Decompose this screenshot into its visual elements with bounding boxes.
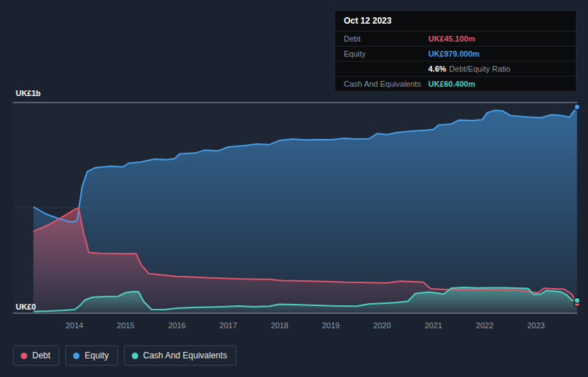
y-axis-label-top: UK£1b (16, 89, 41, 97)
y-axis-label-bottom: UK£0 (16, 302, 36, 311)
debt-dot-icon (21, 353, 27, 359)
x-axis-label-2015: 2015 (110, 321, 142, 330)
x-axis-label-2017: 2017 (213, 321, 244, 330)
legend-item-cash[interactable]: Cash And Equivalents (124, 345, 236, 366)
cash-label: Cash And Equivalents (344, 80, 428, 88)
tooltip-row-cash: Cash And Equivalents UK£60.400m (335, 77, 576, 91)
ratio-label: Debt/Equity Ratio (449, 65, 511, 73)
chart-tooltip: Oct 12 2023 Debt UK£45.100m Equity UK£97… (334, 10, 577, 92)
x-axis-label-2018: 2018 (264, 321, 295, 330)
x-axis-label-2022: 2022 (469, 321, 501, 330)
tooltip-date: Oct 12 2023 (335, 11, 576, 32)
legend: Debt Equity Cash And Equivalents (13, 345, 236, 366)
x-axis-label-2019: 2019 (315, 321, 347, 330)
legend-item-equity[interactable]: Equity (65, 345, 117, 366)
x-axis-label-2020: 2020 (367, 321, 398, 330)
x-axis-label-2023: 2023 (520, 321, 551, 330)
tooltip-row-equity: Equity UK£979.000m (335, 47, 576, 62)
ratio-percent: 4.6% (428, 65, 446, 73)
x-axis-label-2014: 2014 (59, 321, 90, 330)
tooltip-row-debt: Debt UK£45.100m (335, 32, 576, 47)
x-axis-label-2016: 2016 (161, 321, 193, 330)
legend-label-equity: Equity (85, 350, 108, 361)
legend-label-debt: Debt (32, 350, 50, 361)
legend-item-debt[interactable]: Debt (13, 345, 59, 366)
equity-value: UK£979.000m (428, 49, 480, 58)
x-axis-label-2021: 2021 (418, 321, 449, 330)
debt-label: Debt (344, 34, 428, 43)
end-marker-cash-and-equivalents (574, 297, 580, 303)
cash-value: UK£60.400m (428, 80, 475, 88)
end-marker-equity (574, 104, 580, 110)
equity-label: Equity (344, 49, 428, 58)
tooltip-row-ratio: 4.6% Debt/Equity Ratio (335, 62, 576, 77)
equity-dot-icon (73, 353, 79, 359)
debt-value: UK£45.100m (428, 34, 475, 43)
legend-label-cash: Cash And Equivalents (143, 350, 227, 361)
cash-dot-icon (132, 353, 138, 359)
